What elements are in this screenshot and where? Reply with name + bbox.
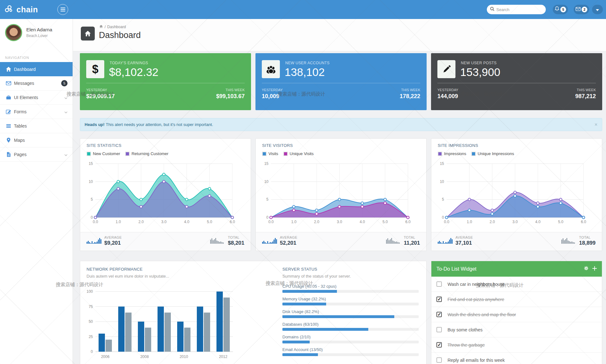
- site-impressions-chart: 0510150.01.02.03.04.05.06.0: [435, 158, 595, 226]
- search-icon: [490, 7, 494, 12]
- week-value: 178,222: [400, 93, 420, 100]
- alert-banner: Heads up! This alert needs your attentio…: [80, 118, 602, 131]
- svg-text:6.0: 6.0: [405, 220, 411, 224]
- mini-bars-total-icon: [210, 237, 225, 246]
- legend-swatch: [262, 152, 267, 156]
- yesterday-value: 144,009: [437, 93, 458, 100]
- sidebar-item-ui-elements[interactable]: UI Elements: [0, 91, 73, 105]
- stat-card-earnings: $ TODAY'S EARNINGS $8,102.32 YESTERDAY $…: [80, 53, 251, 110]
- stat-card-posts: NEW USER POSTS 153,900 YESTERDAY 144,009…: [431, 53, 602, 110]
- svg-text:1.0: 1.0: [116, 220, 121, 224]
- week-value: $99,103.67: [216, 93, 245, 100]
- card-title: SITE STATISTICS: [87, 143, 121, 148]
- sidebar-item-label: Dashboard: [14, 67, 73, 72]
- chevron-down-icon: [64, 109, 68, 114]
- sidebar-item-dashboard[interactable]: Dashboard: [0, 62, 73, 76]
- legend-item: Unique Visits: [283, 151, 314, 156]
- navbar-search: [487, 5, 546, 14]
- page-header: / Dashboard Dashboard: [73, 19, 606, 51]
- sidebar-item-label: Messages: [14, 81, 61, 86]
- chart-legend: New CustomerReturning Customer: [87, 151, 168, 156]
- notifications-button[interactable]: 5: [553, 5, 568, 14]
- sidebar-item-tables[interactable]: Tables: [0, 119, 73, 133]
- sidebar-toggle-button[interactable]: [57, 4, 68, 15]
- todo-checkbox[interactable]: [436, 297, 442, 302]
- yesterday-value: $29,009.17: [86, 93, 115, 100]
- legend-swatch: [471, 152, 476, 156]
- user-menu-button[interactable]: [592, 5, 603, 14]
- user-profile: Elen Adarna Beach.Lover: [0, 19, 73, 52]
- server-metric-label: Disk Usage (82.2%): [282, 309, 319, 314]
- server-metric-label: Databases (63/100): [282, 322, 319, 327]
- notifications-count-badge: 5: [560, 7, 566, 12]
- svg-text:15: 15: [440, 161, 444, 166]
- messages-button[interactable]: 2: [574, 5, 589, 14]
- chart-legend: VisitsUnique Visits: [262, 151, 313, 156]
- gear-icon[interactable]: [584, 266, 589, 272]
- legend-item: Returning Customer: [125, 151, 168, 156]
- chevron-down-icon: [64, 152, 68, 157]
- total-label: TOTAL: [404, 235, 420, 239]
- home-tile-icon[interactable]: [81, 27, 95, 41]
- brand[interactable]: chain: [4, 0, 38, 19]
- svg-text:2008: 2008: [140, 355, 149, 359]
- average-value: $9,201: [104, 240, 122, 246]
- svg-text:2.0: 2.0: [139, 220, 144, 224]
- todo-checkbox[interactable]: [436, 312, 442, 317]
- chain-logo-icon: [4, 4, 14, 15]
- svg-text:10: 10: [440, 179, 444, 184]
- svg-text:6.0: 6.0: [581, 220, 586, 224]
- todo-checkbox[interactable]: [436, 357, 442, 363]
- breadcrumb-link[interactable]: Dashboard: [107, 25, 126, 29]
- caret-down-icon: [596, 7, 599, 12]
- sidebar-item-forms[interactable]: Forms: [0, 105, 73, 119]
- yesterday-label: YESTERDAY: [437, 88, 458, 92]
- todo-checkbox[interactable]: [436, 327, 442, 332]
- sidebar-item-maps[interactable]: Maps: [0, 133, 73, 147]
- todo-title: To-Do List Widget: [436, 266, 476, 272]
- site-impressions-card: SITE IMPRESSIONS ImpressionsUnique Impre…: [431, 138, 602, 251]
- legend-label: Returning Customer: [132, 151, 168, 156]
- svg-text:0.0: 0.0: [268, 220, 274, 224]
- mini-bars-average-icon: [438, 237, 453, 246]
- stat-value: 138,102: [285, 66, 325, 78]
- network-server-card: NETWORK PERFORMANCE Duis autem vel eum i…: [80, 261, 427, 364]
- card-title: SITE VISITORS: [262, 143, 293, 148]
- svg-text:3.0: 3.0: [161, 220, 167, 224]
- stat-label: NEW USER POSTS: [461, 61, 497, 65]
- total-value: $8,201: [228, 240, 244, 246]
- svg-text:0.0: 0.0: [444, 220, 449, 224]
- average-value: 37,101: [455, 240, 473, 246]
- legend-item: Visits: [262, 151, 278, 156]
- todo-item: Wash the dishes and map the floor: [431, 307, 602, 322]
- svg-text:15: 15: [89, 161, 93, 166]
- search-input[interactable]: [496, 7, 552, 12]
- todo-checkbox[interactable]: [436, 342, 442, 348]
- alert-close-button[interactable]: ×: [595, 122, 597, 128]
- legend-swatch: [438, 152, 442, 156]
- home-icon: [99, 25, 103, 29]
- envelope-icon: [6, 80, 14, 86]
- todo-checkbox[interactable]: [436, 281, 442, 287]
- file-icon: [6, 152, 14, 157]
- server-metric-label: Memory Usage (32.2%): [282, 297, 326, 301]
- network-performance-chart: 02550751002006200820102012: [84, 283, 249, 362]
- stat-label: NEW USER ACCOUNTS: [285, 61, 330, 65]
- sidebar-item-messages[interactable]: Messages5: [0, 76, 73, 91]
- legend-label: New Customer: [93, 151, 120, 156]
- svg-text:100: 100: [87, 289, 93, 294]
- page-title: Dashboard: [99, 30, 141, 40]
- legend-label: Unique Visits: [290, 151, 314, 156]
- site-statistics-card: SITE STATISTICS New CustomerReturning Cu…: [80, 138, 251, 251]
- svg-text:4.0: 4.0: [184, 220, 190, 224]
- stat-card-accounts: NEW USER ACCOUNTS 138,102 YESTERDAY 10,0…: [255, 53, 427, 110]
- add-task-icon[interactable]: [592, 266, 597, 272]
- messages-count-badge: 5: [61, 80, 68, 86]
- week-label: THIS WEEK: [401, 88, 420, 92]
- sidebar-item-pages[interactable]: Pages: [0, 147, 73, 162]
- svg-text:50: 50: [89, 319, 93, 324]
- server-metric-label: Domains (2/10): [282, 335, 311, 339]
- progress-bar: [282, 328, 419, 331]
- server-metric-label: CPU Usage (40.05 - 32 cpus): [282, 284, 337, 289]
- site-visitors-card: SITE VISITORS VisitsUnique Visits 051015…: [255, 138, 427, 251]
